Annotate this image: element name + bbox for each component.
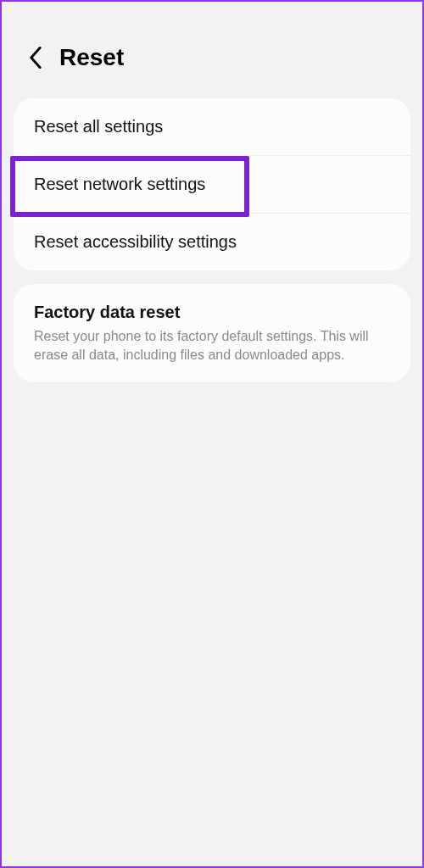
reset-accessibility-settings-item[interactable]: Reset accessibility settings	[14, 214, 410, 270]
list-item-label: Reset network settings	[34, 175, 205, 193]
back-icon[interactable]	[27, 46, 44, 70]
factory-reset-title: Factory data reset	[34, 303, 390, 322]
list-item-label: Reset all settings	[34, 117, 163, 136]
factory-data-reset-item[interactable]: Factory data reset Reset your phone to i…	[14, 284, 410, 382]
page-title: Reset	[59, 44, 124, 71]
factory-reset-description: Reset your phone to its factory default …	[34, 327, 390, 364]
header: Reset	[2, 2, 422, 92]
reset-options-card: Reset all settings Reset network setting…	[14, 98, 410, 270]
reset-all-settings-item[interactable]: Reset all settings	[14, 98, 410, 155]
factory-reset-card: Factory data reset Reset your phone to i…	[14, 284, 410, 382]
reset-network-settings-item[interactable]: Reset network settings	[14, 156, 410, 213]
list-item-label: Reset accessibility settings	[34, 232, 237, 251]
